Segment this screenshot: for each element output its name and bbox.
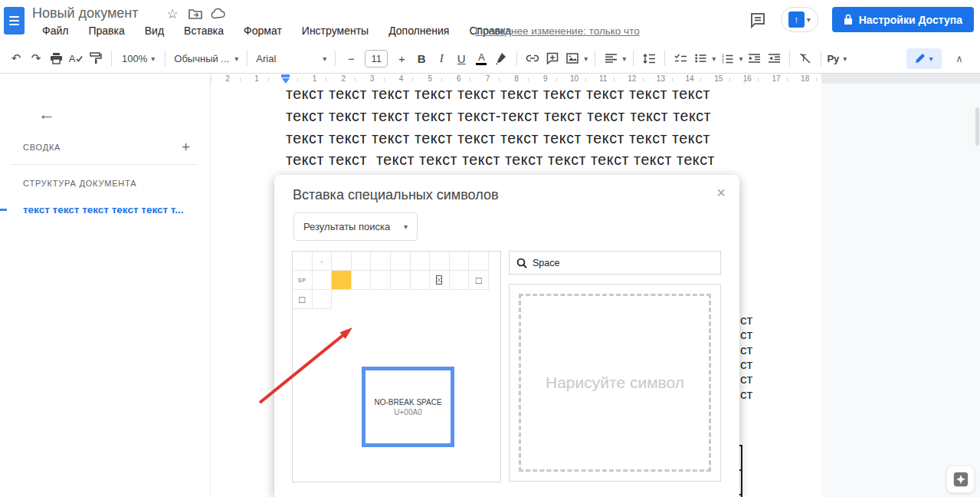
bulleted-list-button[interactable] bbox=[690, 48, 710, 68]
highlight-color-button[interactable] bbox=[491, 48, 511, 68]
align-button[interactable] bbox=[601, 48, 621, 68]
move-folder-icon[interactable] bbox=[188, 6, 203, 21]
share-settings-button[interactable]: Настройки Доступа bbox=[832, 7, 974, 32]
chevron-down-icon[interactable]: ▾ bbox=[739, 54, 742, 63]
document-text-line: текст текст текст текст текст-текст текс… bbox=[286, 105, 726, 127]
menu-insert[interactable]: Вставка bbox=[184, 25, 224, 37]
menu-file[interactable]: Файл bbox=[42, 25, 68, 37]
document-text-fragment: ст bbox=[740, 387, 752, 403]
draw-canvas[interactable]: Нарисуйте символ bbox=[519, 294, 711, 472]
editing-mode-button[interactable]: ▾ bbox=[906, 48, 942, 69]
close-icon[interactable]: × bbox=[716, 184, 726, 202]
insert-image-button[interactable] bbox=[562, 48, 582, 68]
char-cell bbox=[469, 252, 489, 271]
char-cell bbox=[313, 290, 333, 309]
menu-edit[interactable]: Правка bbox=[88, 25, 124, 37]
chevron-down-icon: ▾ bbox=[404, 222, 408, 231]
add-summary-button[interactable]: + bbox=[182, 139, 190, 156]
bold-button[interactable]: B bbox=[411, 48, 431, 68]
first-line-indent-marker[interactable] bbox=[281, 74, 290, 77]
char-cell[interactable]: ‐ bbox=[313, 252, 333, 271]
checklist-button[interactable] bbox=[670, 48, 690, 68]
ruler[interactable]: 21123456789101112131415161718 bbox=[211, 74, 821, 85]
chevron-down-icon[interactable]: ▾ bbox=[584, 54, 588, 63]
paragraph-styles-select[interactable]: Обычный ...▾ bbox=[171, 48, 241, 68]
font-size-input[interactable]: 11 bbox=[365, 50, 388, 67]
numbered-list-button[interactable]: 123 bbox=[717, 48, 737, 68]
draw-area[interactable]: Нарисуйте символ bbox=[509, 284, 721, 482]
input-tools-button[interactable]: Ру▾ bbox=[827, 48, 847, 68]
menu-tools[interactable]: Инструменты bbox=[302, 25, 369, 37]
category-dropdown-label: Результаты поиска bbox=[303, 221, 390, 232]
search-input[interactable] bbox=[533, 258, 701, 268]
line-spacing-button[interactable] bbox=[639, 48, 659, 68]
underline-button[interactable]: U bbox=[451, 48, 471, 68]
menu-addons[interactable]: Дополнения bbox=[388, 25, 449, 37]
hide-menus-button[interactable]: ∧ bbox=[949, 48, 969, 68]
outline-label: СТРУКТУРА ДОКУМЕНТА bbox=[23, 179, 136, 188]
table-border-line bbox=[741, 445, 742, 497]
paint-format-button[interactable] bbox=[86, 48, 106, 68]
increase-indent-button[interactable] bbox=[764, 48, 784, 68]
char-cell-selected-nbsp[interactable] bbox=[332, 271, 352, 290]
char-cell bbox=[411, 271, 431, 290]
add-comment-button[interactable] bbox=[542, 48, 562, 68]
chevron-down-icon[interactable]: ▾ bbox=[712, 54, 716, 63]
docs-logo-lines bbox=[9, 14, 19, 28]
char-cell bbox=[352, 252, 372, 271]
ruler-number: 14 bbox=[683, 74, 696, 83]
present-button[interactable]: ↑ ▾ bbox=[781, 7, 818, 32]
square-glyph: □ bbox=[476, 275, 482, 286]
category-dropdown[interactable]: Результаты поиска ▾ bbox=[293, 212, 418, 241]
italic-button[interactable]: I bbox=[431, 48, 451, 68]
explore-button[interactable] bbox=[946, 466, 975, 493]
menu-bar: ФайлПравкаВидВставкаФорматИнструментыДоп… bbox=[42, 25, 511, 37]
ruler-number: 7 bbox=[483, 74, 493, 83]
chevron-down-icon[interactable]: ▾ bbox=[622, 54, 626, 63]
close-outline-icon[interactable]: ← bbox=[38, 104, 55, 124]
cloud-status-icon[interactable] bbox=[211, 6, 226, 21]
divider bbox=[165, 51, 166, 66]
star-icon[interactable]: ☆ bbox=[165, 6, 180, 21]
ruler-number: 1 bbox=[252, 74, 261, 83]
outline-heading-link[interactable]: текст текст текст текст текст т... bbox=[23, 204, 184, 216]
last-edit-link[interactable]: Последнее изменение: только что bbox=[475, 25, 640, 37]
dialog-title: Вставка специальных символов bbox=[293, 187, 498, 203]
document-title[interactable]: Новый документ bbox=[32, 5, 139, 21]
spellcheck-button[interactable]: A bbox=[66, 48, 86, 68]
char-cell bbox=[450, 252, 470, 271]
increase-font-size-button[interactable]: + bbox=[392, 48, 411, 68]
char-cell bbox=[450, 271, 470, 290]
summary-label: СВОДКА bbox=[23, 143, 61, 152]
menu-format[interactable]: Формат bbox=[244, 25, 282, 37]
zoom-select[interactable]: 100%▾ bbox=[117, 48, 159, 68]
char-cell[interactable]: □ bbox=[469, 271, 489, 290]
font-select[interactable]: Arial▾ bbox=[253, 48, 329, 68]
menu-view[interactable]: Вид bbox=[145, 25, 164, 37]
clear-formatting-button[interactable]: T bbox=[795, 48, 815, 68]
undo-button[interactable]: ↶ bbox=[6, 48, 26, 68]
ruler-number: 2 bbox=[339, 74, 348, 83]
ruler-number: 8 bbox=[512, 74, 521, 83]
selected-character-preview[interactable]: NO-BREAK SPACE U+00A0 bbox=[362, 367, 454, 447]
left-margin-marker[interactable] bbox=[282, 78, 290, 84]
decrease-font-size-button[interactable]: − bbox=[341, 48, 361, 68]
text-color-button[interactable]: A bbox=[471, 48, 491, 68]
ruler-number: 3 bbox=[368, 74, 377, 83]
char-cell bbox=[391, 271, 411, 290]
ruler-number: 10 bbox=[568, 74, 581, 83]
insert-link-button[interactable] bbox=[523, 48, 542, 68]
char-cell[interactable]: □ bbox=[293, 290, 313, 309]
explore-diamond-icon bbox=[952, 471, 969, 488]
print-button[interactable] bbox=[46, 48, 66, 68]
redo-button[interactable]: ↷ bbox=[26, 48, 46, 68]
char-cell[interactable]: SP bbox=[293, 271, 313, 290]
chevron-down-icon: ▾ bbox=[807, 15, 811, 24]
pencil-icon bbox=[915, 53, 926, 64]
comments-icon[interactable] bbox=[749, 11, 767, 29]
divider bbox=[789, 51, 790, 66]
docs-logo-icon[interactable] bbox=[4, 7, 25, 35]
decrease-indent-button[interactable] bbox=[744, 48, 764, 68]
char-cell[interactable] bbox=[430, 271, 450, 290]
vertical-scrollbar[interactable] bbox=[975, 107, 979, 146]
